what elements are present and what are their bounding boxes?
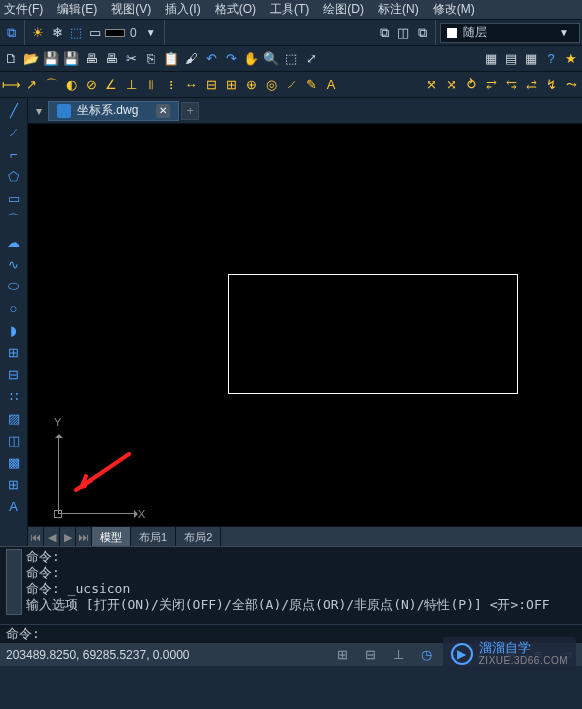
print-preview-icon[interactable]: 🖶 xyxy=(102,50,120,68)
match-icon[interactable]: 🖌 xyxy=(182,50,200,68)
ellipse-arc-icon[interactable]: ◗ xyxy=(3,320,25,340)
paste-icon[interactable]: 📋 xyxy=(162,50,180,68)
copy-icon[interactable]: ⎘ xyxy=(142,50,160,68)
zoom-icon[interactable]: 🔍 xyxy=(262,50,280,68)
xline-icon[interactable]: ⟋ xyxy=(3,122,25,142)
calculator-icon[interactable]: ▦ xyxy=(522,50,540,68)
layout-tab-model[interactable]: 模型 xyxy=(92,527,131,546)
redo-icon[interactable]: ↷ xyxy=(222,50,240,68)
layout-nav-first-icon[interactable]: ⏮ xyxy=(28,527,44,546)
settings-icon[interactable]: ❄ xyxy=(48,24,66,42)
new-file-icon[interactable]: 🗋 xyxy=(2,50,20,68)
modify-6-icon[interactable]: ⥄ xyxy=(522,76,540,94)
window-icon-1[interactable]: ⧉ xyxy=(375,24,393,42)
hatch-icon[interactable]: ▨ xyxy=(3,408,25,428)
text-icon[interactable]: A xyxy=(3,496,25,516)
arc-icon[interactable]: ⌒ xyxy=(3,210,25,230)
layout-nav-last-icon[interactable]: ⏭ xyxy=(76,527,92,546)
polar-icon[interactable]: ◷ xyxy=(416,645,436,665)
spline-icon[interactable]: ∿ xyxy=(3,254,25,274)
dim-angular-icon[interactable]: ∠ xyxy=(102,76,120,94)
layer-manager-icon[interactable]: ⧉ xyxy=(2,24,20,42)
table-draw-icon[interactable]: ⊞ xyxy=(3,474,25,494)
modify-7-icon[interactable]: ↯ xyxy=(542,76,560,94)
dim-arc-icon[interactable]: ⌒ xyxy=(42,76,60,94)
save-icon[interactable]: 💾 xyxy=(42,50,60,68)
document-tab[interactable]: 坐标系.dwg ✕ xyxy=(48,101,179,121)
sun-icon[interactable]: ☀ xyxy=(29,24,47,42)
zoom-extents-icon[interactable]: ⤢ xyxy=(302,50,320,68)
snap-icon[interactable]: ⊟ xyxy=(360,645,380,665)
dim-linear-icon[interactable]: ⟼ xyxy=(2,76,20,94)
zoom-window-icon[interactable]: ⬚ xyxy=(282,50,300,68)
table-icon[interactable]: ▦ xyxy=(482,50,500,68)
undo-icon[interactable]: ↶ xyxy=(202,50,220,68)
dim-aligned-icon[interactable]: ↗ xyxy=(22,76,40,94)
menu-file[interactable]: 文件(F) xyxy=(4,1,43,18)
print-icon[interactable]: 🖶 xyxy=(82,50,100,68)
dim-text-edit-icon[interactable]: A xyxy=(322,76,340,94)
tab-menu-icon[interactable]: ▾ xyxy=(32,104,46,118)
modify-2-icon[interactable]: ⤨ xyxy=(442,76,460,94)
dim-diameter-icon[interactable]: ⊘ xyxy=(82,76,100,94)
dim-continue-icon[interactable]: ⫶ xyxy=(162,76,180,94)
layout-tab-layout2[interactable]: 布局2 xyxy=(176,527,221,546)
window-icon-2[interactable]: ◫ xyxy=(394,24,412,42)
open-file-icon[interactable]: 📂 xyxy=(22,50,40,68)
region-icon[interactable]: ▩ xyxy=(3,452,25,472)
polygon-icon[interactable]: ⬠ xyxy=(3,166,25,186)
center-mark-icon[interactable]: ⊕ xyxy=(242,76,260,94)
drawing-viewport[interactable]: Y X xyxy=(28,124,582,526)
modify-3-icon[interactable]: ⥁ xyxy=(462,76,480,94)
dim-edit-icon[interactable]: ✎ xyxy=(302,76,320,94)
menu-draw[interactable]: 绘图(D) xyxy=(323,1,364,18)
dim-ordinate-icon[interactable]: ⊥ xyxy=(122,76,140,94)
layer-dropdown[interactable]: 随层 ▼ xyxy=(440,23,580,43)
circle-icon[interactable]: ○ xyxy=(3,298,25,318)
properties-icon[interactable]: ▤ xyxy=(502,50,520,68)
dim-radius-icon[interactable]: ◐ xyxy=(62,76,80,94)
ortho-icon[interactable]: ⊥ xyxy=(388,645,408,665)
pan-icon[interactable]: ✋ xyxy=(242,50,260,68)
menu-tools[interactable]: 工具(T) xyxy=(270,1,309,18)
dim-baseline-icon[interactable]: ⫴ xyxy=(142,76,160,94)
gradient-icon[interactable]: ◫ xyxy=(3,430,25,450)
point-icon[interactable]: ∷ xyxy=(3,386,25,406)
polyline-icon[interactable]: ⌐ xyxy=(3,144,25,164)
star-icon[interactable]: ★ xyxy=(562,50,580,68)
cloud-icon[interactable]: ☁ xyxy=(3,232,25,252)
modify-5-icon[interactable]: ⥃ xyxy=(502,76,520,94)
menu-view[interactable]: 视图(V) xyxy=(111,1,151,18)
grid-icon[interactable]: ⊞ xyxy=(332,645,352,665)
dim-space-icon[interactable]: ↔ xyxy=(182,76,200,94)
make-block-icon[interactable]: ⊟ xyxy=(3,364,25,384)
ellipse-icon[interactable]: ⬭ xyxy=(3,276,25,296)
cube-icon[interactable]: ⬚ xyxy=(67,24,85,42)
menu-format[interactable]: 格式(O) xyxy=(215,1,256,18)
tolerance-icon[interactable]: ⊞ xyxy=(222,76,240,94)
coordinates-display[interactable]: 203489.8250, 69285.5237, 0.0000 xyxy=(6,648,324,662)
dim-break-icon[interactable]: ⊟ xyxy=(202,76,220,94)
menu-annotate[interactable]: 标注(N) xyxy=(378,1,419,18)
modify-1-icon[interactable]: ⤧ xyxy=(422,76,440,94)
lineweight-swatch[interactable] xyxy=(105,29,125,37)
modify-4-icon[interactable]: ⥂ xyxy=(482,76,500,94)
cut-icon[interactable]: ✂ xyxy=(122,50,140,68)
insert-block-icon[interactable]: ⊞ xyxy=(3,342,25,362)
menu-insert[interactable]: 插入(I) xyxy=(165,1,200,18)
layout-tab-layout1[interactable]: 布局1 xyxy=(131,527,176,546)
menu-modify[interactable]: 修改(M) xyxy=(433,1,475,18)
layer-icon[interactable]: ▭ xyxy=(86,24,104,42)
layout-nav-prev-icon[interactable]: ◀ xyxy=(44,527,60,546)
window-icon-3[interactable]: ⧉ xyxy=(413,24,431,42)
saveas-icon[interactable]: 💾 xyxy=(62,50,80,68)
line-icon[interactable]: ╱ xyxy=(3,100,25,120)
help-icon[interactable]: ? xyxy=(542,50,560,68)
jogged-icon[interactable]: ⟋ xyxy=(282,76,300,94)
tab-close-icon[interactable]: ✕ xyxy=(156,104,170,118)
dropdown-icon[interactable]: ▼ xyxy=(142,24,160,42)
new-tab-button[interactable]: + xyxy=(181,102,199,120)
layout-nav-next-icon[interactable]: ▶ xyxy=(60,527,76,546)
rectangle-icon[interactable]: ▭ xyxy=(3,188,25,208)
menu-edit[interactable]: 编辑(E) xyxy=(57,1,97,18)
